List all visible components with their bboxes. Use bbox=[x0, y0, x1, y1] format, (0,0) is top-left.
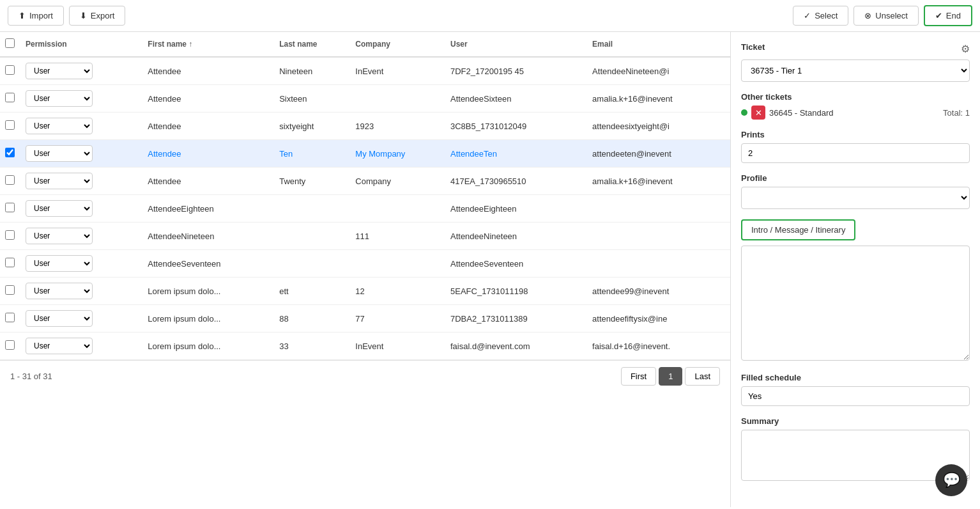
permission-select[interactable]: User Admin Moderator bbox=[26, 200, 93, 217]
lastname-cell bbox=[274, 250, 350, 278]
row-checkbox[interactable] bbox=[5, 230, 15, 240]
row-checkbox-cell bbox=[0, 168, 20, 195]
end-button[interactable]: ✔ End bbox=[924, 5, 972, 26]
user-cell: faisal.d@inevent.com bbox=[445, 333, 587, 360]
remove-ticket-button[interactable]: ✕ bbox=[751, 106, 765, 120]
row-checkbox[interactable] bbox=[5, 148, 15, 157]
row-checkbox[interactable] bbox=[5, 65, 15, 75]
lastname-cell: sixtyeight bbox=[274, 113, 350, 140]
permission-select[interactable]: User Admin Moderator bbox=[26, 90, 93, 107]
row-checkbox-cell bbox=[0, 333, 20, 360]
lastname-value: ett bbox=[279, 286, 288, 296]
user-cell: 3C8B5_1731012049 bbox=[445, 113, 587, 140]
user-value[interactable]: AttendeeTen bbox=[450, 149, 497, 159]
firstname-value: Attendee bbox=[148, 67, 181, 76]
row-checkbox[interactable] bbox=[5, 258, 15, 267]
firstname-cell: AttendeeEighteen bbox=[142, 195, 274, 223]
company-cell bbox=[350, 85, 445, 113]
ticket-select[interactable]: 36735 - Tier 1 bbox=[741, 59, 970, 82]
lastname-cell: Sixteen bbox=[274, 85, 350, 113]
firstname-cell: Attendee bbox=[142, 85, 274, 113]
permission-select[interactable]: User Admin Moderator bbox=[26, 228, 93, 244]
select-button[interactable]: ✓ Select bbox=[793, 6, 848, 26]
intro-section: Intro / Message / Itinerary bbox=[741, 219, 970, 363]
unselect-button[interactable]: ⊗ Unselect bbox=[854, 6, 919, 26]
firstname-cell: AttendeeSeventeen bbox=[142, 250, 274, 278]
toolbar: ⬆ Import ⬇ Export ✓ Select ⊗ Unselect ✔ … bbox=[0, 0, 980, 32]
ticket-gear-button[interactable]: ⚙ bbox=[961, 43, 970, 55]
permission-select[interactable]: User Admin Moderator bbox=[26, 145, 93, 162]
col-email: Email bbox=[587, 32, 730, 57]
user-cell: 5EAFC_1731011198 bbox=[445, 278, 587, 305]
end-label: End bbox=[946, 11, 961, 20]
prints-label: Prints bbox=[741, 130, 970, 139]
row-checkbox[interactable] bbox=[5, 313, 15, 322]
firstname-cell: Lorem ipsum dolo... bbox=[142, 278, 274, 305]
email-value: attendee99@inevent bbox=[592, 286, 669, 296]
pagination-info: 1 - 31 of 31 bbox=[10, 372, 52, 381]
user-cell: AttendeeEighteen bbox=[445, 195, 587, 223]
first-page-button[interactable]: First bbox=[621, 367, 656, 386]
row-checkbox[interactable] bbox=[5, 285, 15, 295]
email-cell bbox=[587, 223, 730, 250]
summary-textarea[interactable] bbox=[741, 430, 970, 481]
firstname-cell: Attendee bbox=[142, 140, 274, 168]
permission-select[interactable]: User Admin Moderator bbox=[26, 63, 93, 79]
import-button[interactable]: ⬆ Import bbox=[8, 6, 64, 26]
prints-input[interactable] bbox=[741, 143, 970, 163]
unselect-label: Unselect bbox=[875, 11, 908, 20]
firstname-value: AttendeeNineteen bbox=[148, 231, 214, 241]
user-value: AttendeeNineteen bbox=[450, 231, 517, 241]
last-page-button[interactable]: Last bbox=[685, 367, 720, 386]
email-cell: faisal.d+16@inevent. bbox=[587, 333, 730, 360]
company-cell: My Mompany bbox=[350, 140, 445, 168]
permission-select[interactable]: User Admin Moderator bbox=[26, 283, 93, 299]
row-checkbox[interactable] bbox=[5, 93, 15, 102]
summary-section: Summary bbox=[741, 416, 970, 483]
email-cell: amalia.k+16@inevent bbox=[587, 168, 730, 195]
col-company: Company bbox=[350, 32, 445, 57]
permission-cell: User Admin Moderator bbox=[20, 57, 142, 85]
company-cell: 111 bbox=[350, 223, 445, 250]
row-checkbox[interactable] bbox=[5, 203, 15, 212]
email-cell: attendeeten@inevent bbox=[587, 140, 730, 168]
row-checkbox-cell bbox=[0, 250, 20, 278]
permission-cell: User Admin Moderator bbox=[20, 305, 142, 333]
filled-schedule-input[interactable] bbox=[741, 386, 970, 406]
company-value: 12 bbox=[355, 286, 364, 296]
other-tickets-section: Other tickets ✕ 36645 - Standard Total: … bbox=[741, 92, 970, 120]
email-value[interactable]: attendeeten@inevent bbox=[592, 149, 671, 159]
permission-select[interactable]: User Admin Moderator bbox=[26, 118, 93, 134]
row-checkbox-cell bbox=[0, 305, 20, 333]
lastname-value[interactable]: Ten bbox=[279, 149, 293, 159]
profile-select[interactable] bbox=[741, 187, 970, 209]
import-label: Import bbox=[29, 11, 53, 20]
times-circle-icon: ⊗ bbox=[864, 11, 871, 20]
permission-select[interactable]: User Admin Moderator bbox=[26, 173, 93, 189]
firstname-value[interactable]: Attendee bbox=[148, 149, 181, 159]
export-button[interactable]: ⬇ Export bbox=[69, 6, 126, 26]
company-value[interactable]: My Mompany bbox=[355, 149, 405, 159]
intro-tab-button[interactable]: Intro / Message / Itinerary bbox=[741, 219, 855, 240]
profile-section: Profile bbox=[741, 173, 970, 209]
permission-select[interactable]: User Admin Moderator bbox=[26, 338, 93, 354]
company-cell: InEvent bbox=[350, 57, 445, 85]
row-checkbox[interactable] bbox=[5, 175, 15, 185]
user-cell: 7DF2_17200195 45 bbox=[445, 57, 587, 85]
select-all-checkbox[interactable] bbox=[5, 38, 15, 48]
row-checkbox[interactable] bbox=[5, 120, 15, 130]
page-1-button[interactable]: 1 bbox=[659, 367, 682, 386]
message-textarea[interactable] bbox=[741, 246, 970, 361]
permission-select[interactable]: User Admin Moderator bbox=[26, 255, 93, 272]
permission-cell: User Admin Moderator bbox=[20, 85, 142, 113]
user-value: 7DF2_17200195 45 bbox=[450, 67, 524, 76]
user-value: AttendeeSixteen bbox=[450, 94, 511, 104]
user-cell: AttendeeSeventeen bbox=[445, 250, 587, 278]
firstname-cell: Lorem ipsum dolo... bbox=[142, 333, 274, 360]
permission-cell: User Admin Moderator bbox=[20, 250, 142, 278]
permission-select[interactable]: User Admin Moderator bbox=[26, 310, 93, 327]
row-checkbox[interactable] bbox=[5, 340, 15, 350]
email-cell bbox=[587, 195, 730, 223]
chat-bubble[interactable]: 💬 bbox=[935, 464, 967, 496]
table-row: User Admin Moderator AttendeeNineteen 11… bbox=[0, 223, 730, 250]
